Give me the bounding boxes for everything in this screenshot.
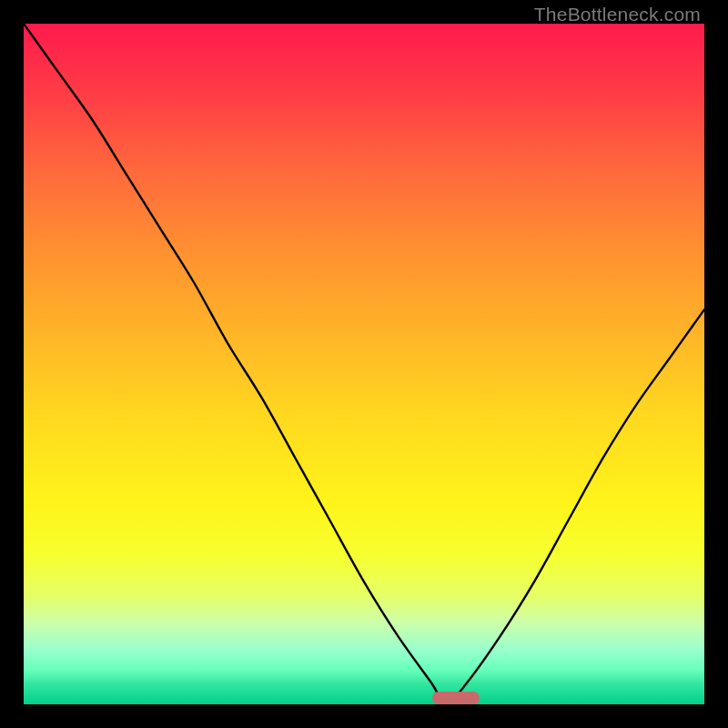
optimum-marker: [432, 692, 480, 704]
bottleneck-curve: [24, 24, 704, 704]
chart-frame: TheBottleneck.com: [0, 0, 728, 728]
watermark-text: TheBottleneck.com: [534, 4, 701, 25]
plot-area: [24, 24, 704, 704]
curve-svg: [24, 24, 704, 704]
